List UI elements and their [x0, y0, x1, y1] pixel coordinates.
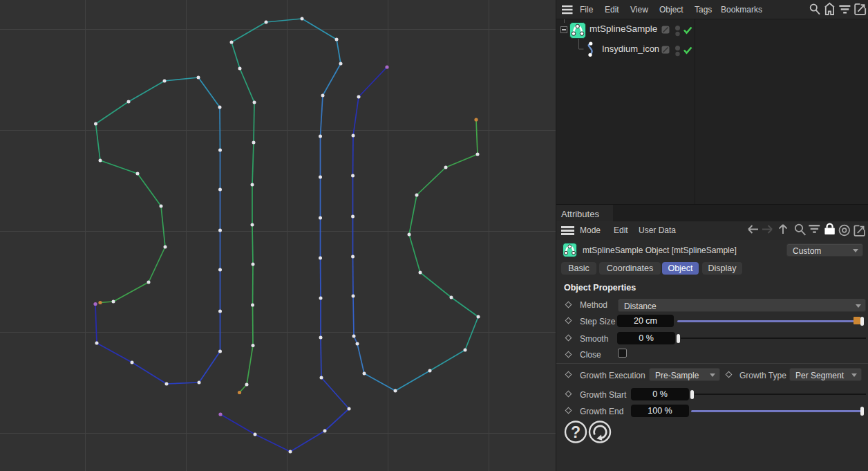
svg-text:?: ?: [571, 423, 581, 441]
